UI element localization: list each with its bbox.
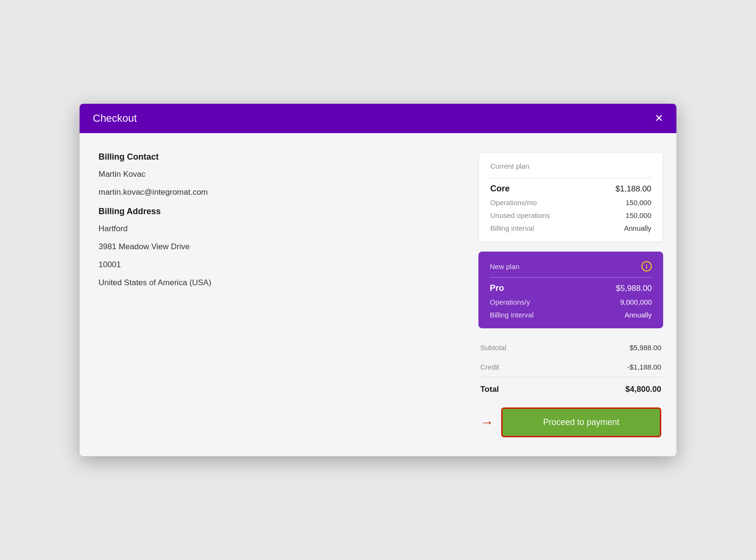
billing-zip: 10001 xyxy=(99,260,459,270)
current-ops-value: 150,000 xyxy=(626,199,651,207)
new-plan-card: New plan i Pro $5,988.00 Operations/y 9,… xyxy=(478,252,663,328)
billing-country: United States of America (USA) xyxy=(99,278,459,288)
billing-address-heading: Billing Address xyxy=(99,207,459,217)
new-plan-price: $5,988.00 xyxy=(616,284,652,293)
current-ops-label: Operations/mo xyxy=(490,199,537,207)
subtotal-value: $5,988.00 xyxy=(630,343,661,352)
total-row: Total $4,800.00 xyxy=(480,377,661,398)
info-icon[interactable]: i xyxy=(641,261,652,271)
current-plan-name-row: Core $1,188.00 xyxy=(490,184,651,194)
arrow-container: → xyxy=(480,416,494,429)
proceed-to-payment-button[interactable]: Proceed to payment xyxy=(501,407,661,437)
close-icon[interactable]: ✕ xyxy=(655,113,663,124)
arrow-icon: → xyxy=(480,416,494,429)
credit-row: Credit -$1,188.00 xyxy=(480,357,661,377)
action-area: → Proceed to payment xyxy=(478,407,663,437)
current-unused-value: 150,000 xyxy=(626,211,651,219)
current-ops-row: Operations/mo 150,000 xyxy=(490,199,651,207)
billing-city: Hartford xyxy=(99,224,459,234)
left-panel: Billing Contact Martin Kovac martin.kova… xyxy=(99,152,459,296)
new-billing-interval-label: Billing interval xyxy=(490,311,534,319)
summary-section: Subtotal $5,988.00 Credit -$1,188.00 Tot… xyxy=(478,338,663,398)
total-value: $4,800.00 xyxy=(625,385,661,394)
subtotal-row: Subtotal $5,988.00 xyxy=(480,338,661,357)
new-plan-label: New plan xyxy=(490,262,520,271)
new-plan-name: Pro xyxy=(490,283,504,293)
billing-email: martin.kovac@integromat.com xyxy=(99,188,459,197)
new-billing-interval-value: Annually xyxy=(624,311,652,319)
new-ops-row: Operations/y 9,000,000 xyxy=(490,298,652,306)
new-billing-interval-row: Billing interval Annually xyxy=(490,311,652,319)
current-plan-name: Core xyxy=(490,184,510,194)
checkout-modal: Checkout ✕ Billing Contact Martin Kovac … xyxy=(80,104,676,456)
current-plan-label: Current plan xyxy=(490,162,651,170)
modal-body: Billing Contact Martin Kovac martin.kova… xyxy=(80,133,676,456)
modal-header: Checkout ✕ xyxy=(80,104,676,133)
credit-label: Credit xyxy=(480,363,499,371)
current-billing-interval-row: Billing interval Annually xyxy=(490,224,651,232)
current-billing-interval-value: Annually xyxy=(624,224,651,232)
new-plan-name-row: Pro $5,988.00 xyxy=(490,283,652,293)
new-plan-divider xyxy=(490,277,652,278)
current-unused-label: Unused operations xyxy=(490,211,550,219)
credit-value: -$1,188.00 xyxy=(627,363,661,371)
billing-contact-heading: Billing Contact xyxy=(99,152,459,162)
current-plan-price: $1,188.00 xyxy=(615,184,651,194)
new-ops-value: 9,000,000 xyxy=(620,298,652,306)
right-panel: Current plan Core $1,188.00 Operations/m… xyxy=(478,152,663,437)
current-plan-card: Current plan Core $1,188.00 Operations/m… xyxy=(478,152,663,242)
billing-name: Martin Kovac xyxy=(99,170,459,179)
current-billing-interval-label: Billing interval xyxy=(490,224,534,232)
new-plan-header: New plan i xyxy=(490,261,652,271)
subtotal-label: Subtotal xyxy=(480,343,506,352)
current-unused-row: Unused operations 150,000 xyxy=(490,211,651,219)
new-ops-label: Operations/y xyxy=(490,298,530,306)
current-plan-divider xyxy=(490,178,651,178)
modal-title: Checkout xyxy=(93,112,137,125)
billing-street: 3981 Meadow View Drive xyxy=(99,242,459,252)
total-label: Total xyxy=(480,385,499,394)
